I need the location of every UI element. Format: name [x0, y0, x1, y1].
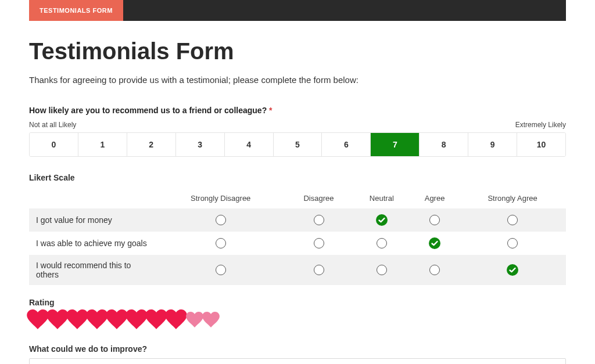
improve-label: What could we do to improve?: [29, 344, 566, 354]
likert-row-label: I was able to achieve my goals: [29, 232, 157, 255]
likert-col-header: Strongly Disagree: [157, 190, 284, 208]
nps-option-5[interactable]: 5: [274, 133, 322, 156]
likert-cell: [157, 255, 284, 285]
heart-filled-icon[interactable]: [46, 309, 69, 329]
likert-cell: [157, 232, 284, 255]
nps-question-label: How likely are you to recommend us to a …: [29, 106, 566, 115]
likert-cell: [157, 208, 284, 232]
radio-unchecked[interactable]: [507, 215, 518, 225]
likert-cell: [410, 255, 459, 285]
rating-hearts: [27, 309, 566, 329]
nps-scale: 012345678910: [29, 132, 566, 157]
likert-header-blank: [29, 190, 157, 208]
nps-high-label: Extremely Likely: [515, 121, 566, 129]
likert-cell: [459, 208, 566, 232]
heart-filled-icon[interactable]: [27, 309, 49, 329]
likert-row-label: I would recommend this to others: [29, 255, 157, 285]
likert-col-header: Disagree: [284, 190, 353, 208]
likert-cell: [284, 232, 353, 255]
nps-end-labels: Not at all Likely Extremely Likely: [29, 121, 566, 129]
radio-unchecked[interactable]: [377, 238, 387, 248]
radio-unchecked[interactable]: [314, 215, 324, 225]
heart-filled-icon[interactable]: [126, 309, 148, 329]
likert-cell: [410, 208, 459, 232]
radio-unchecked[interactable]: [314, 265, 324, 275]
heart-filled-icon[interactable]: [66, 309, 88, 329]
nps-option-1[interactable]: 1: [78, 133, 127, 156]
heart-filled-icon[interactable]: [145, 309, 167, 329]
likert-cell: [353, 232, 410, 255]
radio-checked-icon[interactable]: [376, 214, 388, 226]
radio-unchecked[interactable]: [429, 265, 440, 275]
nps-option-4[interactable]: 4: [225, 133, 274, 156]
likert-title: Likert Scale: [29, 173, 566, 182]
likert-cell: [410, 232, 459, 255]
likert-col-header: Strongly Agree: [459, 190, 566, 208]
nps-option-0[interactable]: 0: [30, 133, 78, 156]
radio-checked-icon[interactable]: [429, 237, 440, 249]
likert-col-header: Neutral: [353, 190, 410, 208]
required-mark: *: [269, 106, 272, 115]
heart-empty-icon[interactable]: [186, 312, 203, 327]
heart-empty-icon[interactable]: [202, 312, 220, 327]
heart-filled-icon[interactable]: [165, 309, 187, 329]
likert-row-label: I got value for money: [29, 208, 157, 232]
topbar-tab-testimonials[interactable]: TESTIMONIALS FORM: [29, 0, 123, 21]
nps-option-10[interactable]: 10: [517, 133, 565, 156]
nps-option-6[interactable]: 6: [322, 133, 371, 156]
radio-unchecked[interactable]: [507, 238, 518, 248]
radio-unchecked[interactable]: [216, 215, 226, 225]
nps-option-9[interactable]: 9: [468, 133, 517, 156]
page-title: Testimonials Form: [29, 38, 566, 64]
radio-unchecked[interactable]: [377, 265, 387, 275]
nps-option-3[interactable]: 3: [176, 133, 225, 156]
nps-low-label: Not at all Likely: [29, 121, 76, 129]
nps-option-2[interactable]: 2: [127, 133, 176, 156]
top-bar: TESTIMONIALS FORM: [29, 0, 566, 21]
radio-unchecked[interactable]: [314, 238, 324, 248]
intro-text: Thanks for agreeing to provide us with a…: [29, 75, 566, 85]
likert-cell: [353, 255, 410, 285]
radio-unchecked[interactable]: [216, 238, 226, 248]
likert-cell: [459, 232, 566, 255]
likert-cell: [284, 255, 353, 285]
nps-option-8[interactable]: 8: [420, 133, 468, 156]
radio-checked-icon[interactable]: [507, 264, 518, 276]
improve-textarea[interactable]: [29, 358, 566, 364]
likert-col-header: Agree: [410, 190, 459, 208]
heart-filled-icon[interactable]: [86, 309, 108, 329]
page-content: Testimonials Form Thanks for agreeing to…: [0, 21, 595, 364]
likert-cell: [353, 208, 410, 232]
rating-label: Rating: [29, 298, 566, 307]
likert-cell: [284, 208, 353, 232]
radio-unchecked[interactable]: [216, 265, 226, 275]
likert-cell: [459, 255, 566, 285]
nps-question-text: How likely are you to recommend us to a …: [29, 106, 267, 115]
radio-unchecked[interactable]: [429, 215, 440, 225]
nps-option-7[interactable]: 7: [371, 133, 420, 156]
likert-table: Strongly DisagreeDisagreeNeutralAgreeStr…: [29, 190, 566, 285]
heart-filled-icon[interactable]: [106, 309, 128, 329]
